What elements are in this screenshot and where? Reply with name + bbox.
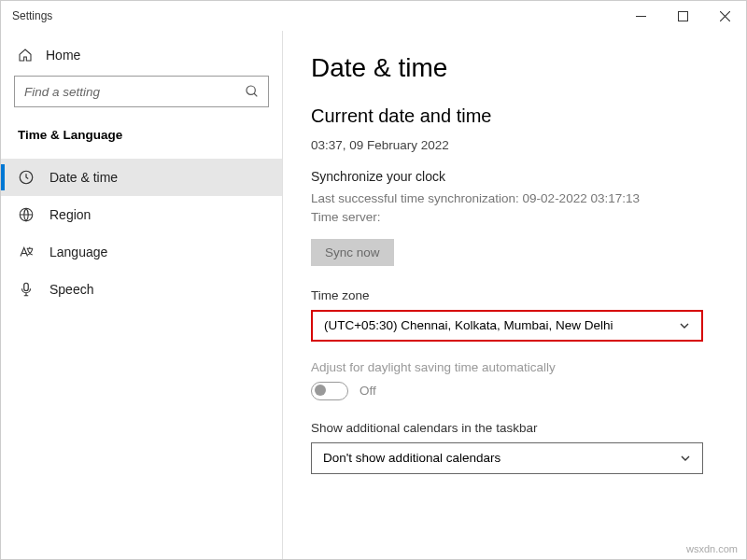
additional-calendars-label: Show additional calendars in the taskbar (311, 421, 718, 435)
timezone-select[interactable]: (UTC+05:30) Chennai, Kolkata, Mumbai, Ne… (311, 310, 703, 342)
microphone-icon (18, 281, 35, 298)
titlebar: Settings (1, 1, 746, 31)
svg-rect-0 (636, 16, 646, 17)
sidebar-item-label: Speech (49, 282, 93, 297)
main-panel: Date & time Current date and time 03:37,… (283, 31, 746, 559)
window-title: Settings (12, 9, 52, 22)
additional-calendars-value: Don't show additional calendars (323, 451, 500, 465)
svg-point-2 (247, 86, 255, 94)
minimize-button[interactable] (620, 1, 662, 31)
timezone-value: (UTC+05:30) Chennai, Kolkata, Mumbai, Ne… (324, 318, 613, 332)
sync-heading: Synchronize your clock (311, 169, 718, 184)
sidebar-item-label: Language (49, 245, 107, 259)
home-link[interactable]: Home (14, 31, 269, 76)
page-title: Date & time (311, 53, 718, 83)
chevron-down-icon (679, 320, 690, 331)
language-icon (18, 244, 35, 260)
section-title: Time & Language (14, 124, 269, 159)
home-label: Home (46, 48, 80, 63)
dst-state: Off (359, 384, 376, 398)
sync-server: Time server: (311, 208, 718, 227)
sidebar-item-region[interactable]: Region (1, 196, 282, 233)
sidebar-item-label: Date & time (49, 170, 118, 185)
timezone-label: Time zone (311, 288, 718, 302)
svg-rect-5 (24, 283, 29, 290)
svg-rect-1 (679, 11, 688, 21)
sync-last-success: Last successful time synchronization: 09… (311, 189, 718, 208)
sidebar-item-speech[interactable]: Speech (1, 271, 282, 308)
sidebar-item-language[interactable]: Language (1, 233, 282, 271)
additional-calendars-select[interactable]: Don't show additional calendars (311, 442, 703, 474)
chevron-down-icon (680, 453, 691, 464)
sidebar-item-date-time[interactable]: Date & time (1, 159, 282, 196)
dst-toggle (311, 382, 348, 400)
maximize-button[interactable] (662, 1, 704, 31)
watermark: wsxdn.com (686, 543, 738, 554)
sidebar: Home Time & Language Date & time Region (1, 31, 283, 559)
home-icon (18, 48, 33, 63)
dst-label: Adjust for daylight saving time automati… (311, 360, 718, 374)
sync-now-button[interactable]: Sync now (311, 239, 394, 266)
clock-icon (18, 169, 35, 186)
close-button[interactable] (704, 1, 746, 31)
current-datetime-heading: Current date and time (311, 105, 718, 127)
search-icon (245, 84, 260, 99)
globe-icon (18, 206, 35, 223)
current-datetime-value: 03:37, 09 February 2022 (311, 138, 718, 152)
sidebar-item-label: Region (49, 207, 91, 222)
search-input[interactable] (14, 76, 269, 107)
